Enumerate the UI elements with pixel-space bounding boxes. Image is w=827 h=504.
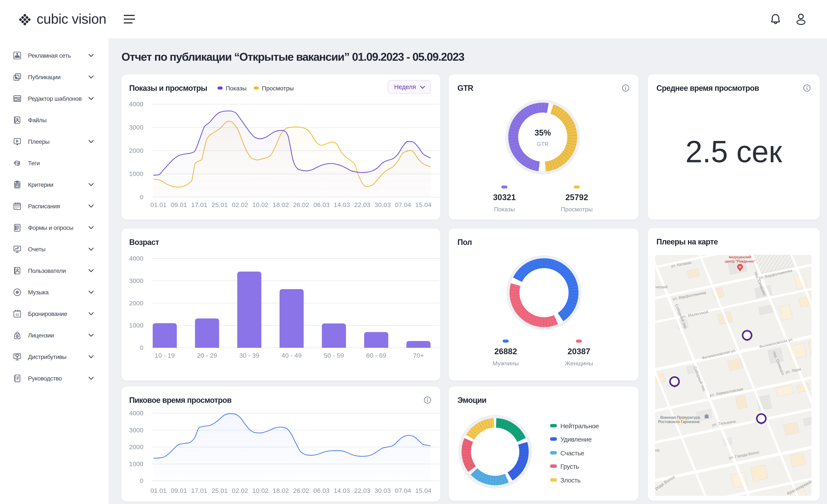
svg-text:ический: ический: [653, 285, 668, 289]
svg-text:26.02: 26.02: [293, 487, 309, 494]
svg-text:02.02: 02.02: [232, 201, 248, 208]
svg-text:медицинский: медицинский: [729, 255, 751, 259]
svg-text:2000: 2000: [129, 147, 143, 154]
svg-text:25.01: 25.01: [211, 201, 228, 208]
svg-text:3000: 3000: [129, 277, 143, 284]
svg-text:06.03: 06.03: [313, 201, 330, 208]
svg-text:02.02: 02.02: [232, 487, 248, 494]
svg-text:1000: 1000: [129, 322, 143, 329]
svg-text:07.04: 07.04: [395, 201, 411, 208]
svg-text:H: H: [739, 265, 741, 269]
svg-text:2000: 2000: [129, 443, 143, 450]
svg-text:70+: 70+: [413, 352, 424, 359]
svg-text:09.01: 09.01: [171, 201, 187, 208]
svg-text:3000: 3000: [129, 124, 143, 131]
svg-text:GTR: GTR: [537, 141, 549, 147]
svg-text:Военная Прокуратура: Военная Прокуратура: [660, 415, 700, 419]
svg-text:60 - 69: 60 - 69: [366, 352, 386, 359]
svg-text:4000: 4000: [129, 409, 143, 416]
svg-text:22.03: 22.03: [354, 201, 370, 208]
svg-text:15.04: 15.04: [415, 201, 431, 208]
svg-text:01.01: 01.01: [150, 201, 166, 208]
svg-text:Ростовского Гарнизона: Ростовского Гарнизона: [658, 419, 700, 424]
svg-text:0: 0: [140, 477, 143, 484]
svg-text:35%: 35%: [535, 128, 551, 137]
svg-text:15.04: 15.04: [415, 487, 431, 494]
svg-text:2000: 2000: [129, 299, 143, 307]
svg-text:4000: 4000: [129, 101, 143, 108]
svg-text:25.01: 25.01: [211, 487, 228, 494]
svg-text:10 - 19: 10 - 19: [155, 352, 175, 359]
svg-text:01.01: 01.01: [150, 487, 166, 494]
svg-text:31: 31: [15, 313, 19, 316]
svg-text:06.03: 06.03: [313, 487, 330, 494]
svg-text:30.03: 30.03: [375, 487, 391, 494]
svg-text:09.01: 09.01: [171, 487, 187, 494]
svg-text:17.01: 17.01: [191, 201, 207, 208]
svg-text:22.03: 22.03: [354, 487, 370, 494]
svg-text:3000: 3000: [129, 427, 143, 434]
svg-text:07.04: 07.04: [395, 487, 411, 494]
svg-text:10.02: 10.02: [252, 487, 269, 494]
svg-text:40 - 49: 40 - 49: [282, 352, 301, 359]
svg-text:центр "Рождение": центр "Рождение": [725, 259, 755, 264]
svg-text:30 - 39: 30 - 39: [239, 352, 259, 359]
svg-text:50 - 59: 50 - 59: [324, 352, 344, 359]
svg-text:17.01: 17.01: [191, 487, 207, 494]
svg-text:14.03: 14.03: [334, 487, 350, 494]
svg-text:30.03: 30.03: [375, 201, 391, 208]
svg-text:на: на: [655, 448, 660, 452]
svg-text:26.02: 26.02: [293, 201, 309, 208]
svg-text:18.02: 18.02: [273, 487, 289, 494]
svg-text:20 - 29: 20 - 29: [197, 352, 217, 359]
svg-text:1000: 1000: [129, 460, 143, 467]
svg-text:$: $: [16, 335, 18, 338]
svg-text:18.02: 18.02: [273, 201, 289, 208]
svg-text:14.03: 14.03: [334, 201, 350, 208]
svg-text:1000: 1000: [129, 170, 143, 177]
svg-text:4000: 4000: [129, 255, 143, 262]
svg-text:0: 0: [140, 193, 143, 201]
svg-text:0: 0: [140, 344, 143, 351]
svg-text:10.02: 10.02: [252, 201, 269, 208]
